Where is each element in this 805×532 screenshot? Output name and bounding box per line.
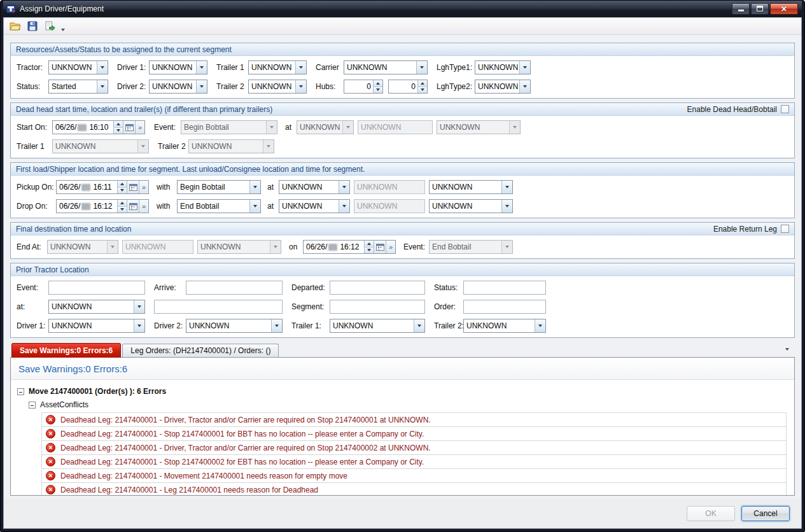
spin-down-icon[interactable] xyxy=(114,127,123,134)
spin-up-icon[interactable] xyxy=(365,241,374,247)
hubs-input-2[interactable] xyxy=(389,80,417,93)
more-options-button[interactable] xyxy=(386,241,395,253)
chevron-down-icon[interactable] xyxy=(266,121,277,134)
cancel-button[interactable]: Cancel xyxy=(741,506,790,521)
tab-list-button[interactable] xyxy=(781,348,794,351)
titlebar[interactable]: Assign Driver/Equipment xyxy=(3,1,802,17)
end-city-combo[interactable]: UNKNOWN xyxy=(197,240,281,254)
chevron-down-icon[interactable] xyxy=(501,241,512,253)
spin-up-icon[interactable] xyxy=(114,121,123,127)
chevron-down-icon[interactable] xyxy=(339,200,349,213)
chevron-down-icon[interactable] xyxy=(107,241,118,253)
chevron-down-icon[interactable] xyxy=(501,200,512,213)
deadhead-city-combo[interactable]: UNKNOWN xyxy=(437,120,521,134)
chevron-down-icon[interactable] xyxy=(249,181,260,193)
chevron-down-icon[interactable] xyxy=(501,181,512,193)
end-company-input[interactable] xyxy=(122,240,193,254)
chevron-down-icon[interactable] xyxy=(137,140,148,153)
pickup-on-datetime[interactable]: 06/26/16:11 xyxy=(56,180,149,194)
toolbar-overflow-button[interactable] xyxy=(59,19,67,34)
calendar-icon[interactable] xyxy=(127,200,139,213)
chevron-down-icon[interactable] xyxy=(509,121,520,134)
spin-down-icon[interactable] xyxy=(118,206,127,213)
deadhead-at-location-combo[interactable]: UNKNOWN xyxy=(297,120,354,134)
deadhead-event-combo[interactable]: Begin Bobtail xyxy=(181,120,277,134)
error-row[interactable]: Deadhead Leg: 2147400001 - Stop 21474000… xyxy=(41,426,787,441)
end-location-combo[interactable]: UNKNOWN xyxy=(47,240,118,254)
chevron-down-icon[interactable] xyxy=(134,300,144,313)
error-row[interactable]: Deadhead Leg: 2147400001 - Driver, Tract… xyxy=(41,412,787,427)
chevron-down-icon[interactable] xyxy=(416,61,427,74)
hubs-spinner-1[interactable] xyxy=(344,80,383,94)
enable-return-leg-checkbox[interactable] xyxy=(781,225,789,233)
pickup-event-combo[interactable]: Begin Bobtail xyxy=(177,180,261,194)
driver2-combo[interactable]: UNKNOWN xyxy=(149,80,207,94)
deadhead-trailer2-combo[interactable]: UNKNOWN xyxy=(188,139,274,153)
prior-segment-input[interactable] xyxy=(330,300,425,314)
prior-driver2-combo[interactable]: UNKNOWN xyxy=(186,319,283,333)
chevron-down-icon[interactable] xyxy=(134,319,144,332)
drop-on-datetime[interactable]: 06/26/16:12 xyxy=(56,199,149,213)
end-on-datetime[interactable]: 06/26/16:12 xyxy=(303,240,396,254)
spin-down-icon[interactable] xyxy=(418,87,427,94)
prior-trailer2-combo[interactable]: UNKNOWN xyxy=(463,319,546,333)
tab-leg-orders[interactable]: Leg Orders: (DH2147400001) / Orders: () xyxy=(122,344,279,357)
calendar-icon[interactable] xyxy=(123,121,135,134)
prior-order-input[interactable] xyxy=(463,300,546,314)
prior-at-combo[interactable]: UNKNOWN xyxy=(48,300,145,314)
datetime-text[interactable]: 06/26/16:12 xyxy=(57,200,117,213)
open-button[interactable] xyxy=(8,19,23,34)
trailer1-combo[interactable]: UNKNOWN xyxy=(248,60,307,74)
chevron-down-icon[interactable] xyxy=(414,319,424,332)
chevron-down-icon[interactable] xyxy=(270,241,281,253)
driver1-combo[interactable]: UNKNOWN xyxy=(149,60,207,74)
chevron-down-icon[interactable] xyxy=(249,200,260,213)
chevron-down-icon[interactable] xyxy=(97,61,108,74)
deadhead-trailer1-combo[interactable]: UNKNOWN xyxy=(52,139,149,153)
hubs-input-1[interactable] xyxy=(344,80,373,93)
pickup-location-combo[interactable]: UNKNOWN xyxy=(279,180,350,194)
datetime-text[interactable]: 06/26/16:10 xyxy=(53,121,113,134)
minimize-button[interactable] xyxy=(732,3,750,15)
more-options-button[interactable] xyxy=(135,121,144,134)
error-row[interactable]: Deadhead Leg: 2147400001 - Stop 21474000… xyxy=(41,454,787,469)
pickup-city-combo[interactable]: UNKNOWN xyxy=(429,180,513,194)
datetime-text[interactable]: 06/26/16:12 xyxy=(304,241,364,253)
spin-down-icon[interactable] xyxy=(374,87,382,94)
ok-button[interactable]: OK xyxy=(687,506,735,521)
maximize-button[interactable] xyxy=(751,3,769,15)
tractor-combo[interactable]: UNKNOWN xyxy=(48,60,108,74)
status-combo[interactable]: Started xyxy=(48,80,108,94)
error-row[interactable]: Deadhead Leg: 2147400001 - Movement 2147… xyxy=(41,468,787,483)
prior-location-input[interactable] xyxy=(154,300,283,314)
chevron-down-icon[interactable] xyxy=(519,80,530,93)
chevron-down-icon[interactable] xyxy=(196,80,207,93)
prior-driver1-combo[interactable]: UNKNOWN xyxy=(48,319,145,333)
more-options-button[interactable] xyxy=(139,181,148,193)
save-button[interactable] xyxy=(25,19,40,34)
close-button[interactable] xyxy=(770,3,798,15)
chevron-down-icon[interactable] xyxy=(263,140,274,153)
hubs-spinner-2[interactable] xyxy=(388,80,428,94)
calendar-icon[interactable] xyxy=(127,181,139,193)
error-row[interactable]: Deadhead Leg: 2147400001 - Driver, Tract… xyxy=(41,440,787,455)
start-on-datetime[interactable]: 06/26/16:10 xyxy=(52,120,145,134)
spin-up-icon[interactable] xyxy=(374,80,382,87)
chevron-down-icon[interactable] xyxy=(271,319,282,332)
pickup-company-input[interactable] xyxy=(354,180,425,194)
collapse-icon[interactable] xyxy=(29,402,36,409)
prior-event-input[interactable] xyxy=(48,281,145,295)
lghtype2-combo[interactable]: UNKNOWN xyxy=(475,80,531,94)
spin-down-icon[interactable] xyxy=(365,247,374,254)
spin-up-icon[interactable] xyxy=(418,80,427,87)
drop-event-combo[interactable]: End Bobtail xyxy=(177,199,261,213)
chevron-down-icon[interactable] xyxy=(196,61,207,74)
more-options-button[interactable] xyxy=(139,200,148,213)
send-button[interactable] xyxy=(42,19,57,34)
prior-arrive-input[interactable] xyxy=(186,281,283,295)
deadhead-company-input[interactable] xyxy=(358,120,433,134)
prior-departed-input[interactable] xyxy=(330,281,425,295)
chevron-down-icon[interactable] xyxy=(97,80,108,93)
chevron-down-icon[interactable] xyxy=(535,319,545,332)
lghtype1-combo[interactable]: UNKNOWN xyxy=(475,60,531,74)
